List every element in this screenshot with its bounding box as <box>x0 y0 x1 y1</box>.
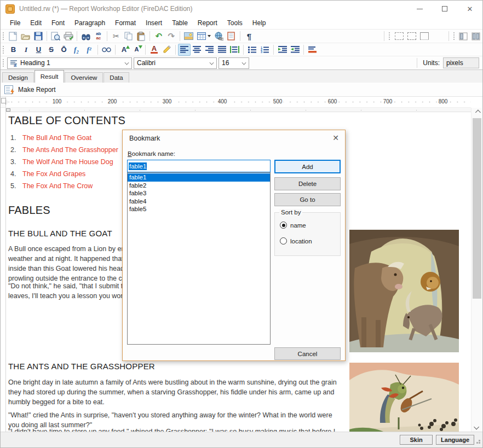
list-item[interactable]: fable4 <box>128 197 270 206</box>
menu-table[interactable]: Table <box>167 18 193 28</box>
print-icon[interactable] <box>62 30 74 42</box>
new-document-icon[interactable] <box>7 30 19 42</box>
copy-icon[interactable] <box>122 30 135 42</box>
font-color-icon[interactable]: A <box>148 44 160 56</box>
list-item[interactable]: fable2 <box>128 182 270 190</box>
toolbar-grip[interactable] <box>2 45 5 54</box>
resize-grip[interactable] <box>479 440 480 441</box>
insert-image-icon[interactable] <box>182 30 195 42</box>
overline-icon[interactable]: Ō <box>58 44 70 56</box>
tab-data[interactable]: Data <box>104 72 129 83</box>
grow-font-icon[interactable]: A <box>118 44 130 56</box>
table-dropdown-arrow[interactable] <box>208 35 211 37</box>
superscript-icon[interactable]: f² <box>83 44 95 56</box>
italic-icon[interactable]: I <box>20 44 32 56</box>
dialog-close-icon[interactable]: ✕ <box>332 134 339 142</box>
delete-button[interactable]: Delete <box>274 177 341 190</box>
toolbar-grip[interactable] <box>388 32 390 40</box>
insert-frame-icon[interactable] <box>225 30 238 42</box>
font-combobox[interactable]: Calibri <box>134 57 217 69</box>
replace-icon[interactable]: ab ac <box>92 30 105 42</box>
toc-link[interactable]: The Fox And The Crow <box>22 182 93 190</box>
bookmark-name-input[interactable]: fable1 <box>127 160 271 172</box>
language-button[interactable]: Language <box>436 435 474 445</box>
menu-help[interactable]: Help <box>248 18 271 28</box>
scroll-up-icon[interactable] <box>472 108 482 117</box>
show-pilcrow-icon[interactable]: ¶ <box>243 30 255 42</box>
subscript-icon[interactable]: f₂ <box>70 44 83 56</box>
tab-design[interactable]: Design <box>2 72 34 83</box>
maximize-button[interactable] <box>432 1 457 17</box>
menu-insert[interactable]: Insert <box>141 18 167 28</box>
font-size-combobox[interactable]: 16 <box>219 57 249 69</box>
menu-paragraph[interactable]: Paragraph <box>70 18 110 28</box>
align-justify-icon[interactable] <box>216 44 228 56</box>
horizontal-rule-icon[interactable] <box>306 44 319 56</box>
scroll-down-icon[interactable] <box>472 422 482 432</box>
insert-table-icon[interactable] <box>195 30 212 42</box>
justify-full-width-icon[interactable] <box>228 44 241 56</box>
sort-by-name-radio[interactable]: name <box>280 222 306 229</box>
menu-report[interactable]: Report <box>193 18 222 28</box>
align-right-icon[interactable] <box>203 44 216 56</box>
cancel-button[interactable]: Cancel <box>274 347 341 360</box>
cut-icon[interactable]: ✂ <box>110 30 122 42</box>
skin-button[interactable]: Skin <box>400 435 433 445</box>
toolbar-grip[interactable] <box>2 59 5 67</box>
increase-indent-icon[interactable] <box>289 44 301 56</box>
toc-link[interactable]: The Ants And The Grasshopper <box>22 146 118 154</box>
columns-both-icon[interactable] <box>470 30 482 42</box>
save-icon[interactable] <box>32 30 44 42</box>
find-icon[interactable] <box>79 30 92 42</box>
toolbar-grip[interactable] <box>2 32 4 40</box>
menu-edit[interactable]: Edit <box>25 18 47 28</box>
list-item[interactable]: fable1 <box>128 173 270 182</box>
horizontal-ruler[interactable]: 100 200 300 400 500 600 700 800 <box>6 97 471 108</box>
bookmark-listbox[interactable]: fable1 fable2 fable3 fable4 fable5 <box>127 172 271 345</box>
frame-style-dashed-icon[interactable] <box>406 30 418 42</box>
menu-format[interactable]: Format <box>110 18 141 28</box>
toc-link[interactable]: The Fox And Grapes <box>22 170 85 178</box>
align-left-icon[interactable] <box>178 44 191 56</box>
radio-checked-icon[interactable] <box>280 222 287 229</box>
toc-link[interactable]: The Bull And The Goat <box>22 134 91 142</box>
style-combobox[interactable]: a Heading 1 <box>7 57 132 69</box>
decrease-indent-icon[interactable] <box>276 44 289 56</box>
radio-unchecked-icon[interactable] <box>280 237 287 245</box>
frame-style-none-icon[interactable] <box>393 30 406 42</box>
close-button[interactable]: ✕ <box>457 1 482 17</box>
list-item[interactable]: fable3 <box>128 189 270 197</box>
menu-tools[interactable]: Tools <box>222 18 248 28</box>
toolbar-grip[interactable] <box>453 32 455 40</box>
goto-button[interactable]: Go to <box>274 193 341 206</box>
menu-font[interactable]: Font <box>47 18 70 28</box>
margin-marker[interactable] <box>6 108 10 112</box>
undo-icon[interactable]: ↶ <box>152 30 165 42</box>
paste-icon[interactable] <box>135 30 147 42</box>
redo-icon[interactable]: ↷ <box>165 30 177 42</box>
make-report-button[interactable]: Make Report <box>18 86 56 94</box>
strikethrough-icon[interactable]: S <box>45 44 58 56</box>
scrollbar-thumb[interactable] <box>473 118 481 299</box>
indent-marker[interactable] <box>5 99 9 105</box>
vertical-scrollbar[interactable] <box>471 108 482 432</box>
highlight-icon[interactable] <box>160 44 173 56</box>
frame-style-solid-icon[interactable] <box>418 30 431 42</box>
print-preview-icon[interactable] <box>49 30 62 42</box>
toc-link[interactable]: The Wolf And The House Dog <box>22 158 113 166</box>
columns-left-icon[interactable] <box>457 30 470 42</box>
bullet-list-icon[interactable] <box>246 44 258 56</box>
tab-overview[interactable]: Overview <box>65 72 103 83</box>
tab-result[interactable]: Result <box>34 70 65 83</box>
bold-icon[interactable]: B <box>7 44 20 56</box>
menu-file[interactable]: File <box>5 18 25 28</box>
glasses-icon[interactable] <box>100 44 113 56</box>
add-button[interactable]: Add <box>274 160 341 173</box>
open-folder-icon[interactable] <box>19 30 32 42</box>
units-value[interactable]: pixels <box>443 57 479 68</box>
sort-by-location-radio[interactable]: location <box>280 237 312 245</box>
hyperlink-icon[interactable] <box>212 30 225 42</box>
minimize-button[interactable] <box>407 1 432 17</box>
shrink-font-icon[interactable]: A <box>130 44 143 56</box>
underline-icon[interactable]: U <box>32 44 45 56</box>
